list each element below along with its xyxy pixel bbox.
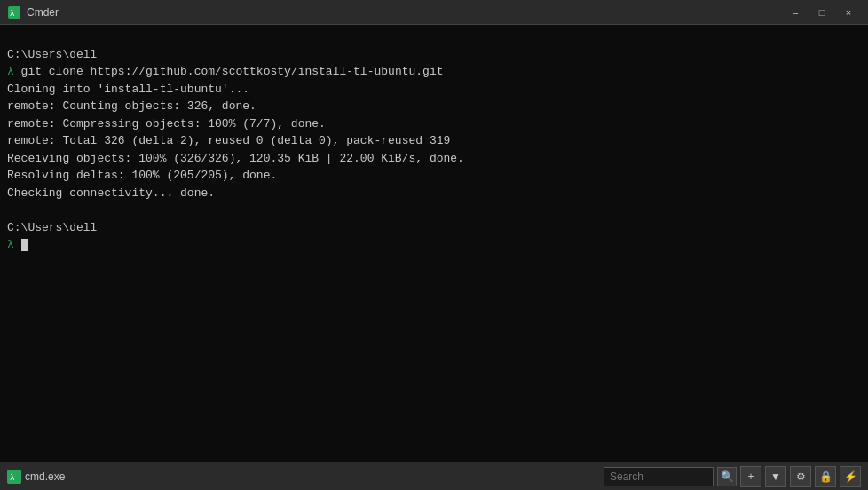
title-bar: λ Cmder – □ ×	[0, 0, 868, 25]
output-7: Checking connectivity... done.	[7, 186, 215, 200]
process-icon: λ	[7, 470, 21, 484]
output-2: remote: Counting objects: 326, done.	[7, 99, 256, 113]
terminal-output: C:\Users\dell λ git clone https://github…	[7, 28, 861, 271]
maximize-button[interactable]: □	[809, 4, 834, 21]
add-tab-button[interactable]: +	[740, 466, 761, 487]
command-1: git clone https://github.com/scottkosty/…	[21, 65, 444, 78]
terminal-area[interactable]: C:\Users\dell λ git clone https://github…	[0, 25, 868, 408]
dropdown-button[interactable]: ▼	[765, 466, 786, 487]
window-title: Cmder	[27, 6, 59, 19]
output-3: remote: Compressing objects: 100% (7/7),…	[7, 117, 326, 130]
search-box	[604, 467, 714, 486]
svg-text:λ: λ	[10, 9, 15, 18]
prompt-path-2: C:\Users\dell	[7, 221, 97, 234]
search-button[interactable]: 🔍	[717, 467, 737, 486]
cursor	[21, 239, 28, 251]
window-controls: – □ ×	[783, 4, 861, 21]
process-label: cmd.exe	[25, 470, 65, 483]
output-4: remote: Total 326 (delta 2), reused 0 (d…	[7, 134, 450, 147]
output-1: Cloning into 'install-tl-ubuntu'...	[7, 83, 249, 96]
title-bar-left: λ Cmder	[7, 5, 59, 20]
gear-icon: ⚙	[796, 470, 806, 483]
lock-button[interactable]: 🔒	[815, 466, 836, 487]
close-button[interactable]: ×	[836, 4, 861, 21]
power-button[interactable]: ⚡	[840, 466, 861, 487]
power-icon: ⚡	[844, 470, 857, 483]
cmder-icon: λ	[7, 5, 21, 20]
search-input[interactable]	[610, 470, 707, 483]
status-bar: λ cmd.exe 🔍 + ▼ ⚙ 🔒 ⚡	[0, 462, 868, 490]
output-5: Receiving objects: 100% (326/326), 120.3…	[7, 152, 464, 165]
minimize-button[interactable]: –	[783, 4, 808, 21]
output-6: Resolving deltas: 100% (205/205), done.	[7, 169, 277, 182]
terminal-window: C:\Users\dell λ git clone https://github…	[0, 25, 868, 462]
prompt-lambda-2: λ	[7, 238, 21, 251]
svg-text:λ: λ	[10, 473, 15, 481]
search-icon: 🔍	[721, 470, 734, 483]
status-bar-right: 🔍 + ▼ ⚙ 🔒 ⚡	[596, 466, 868, 487]
settings-button[interactable]: ⚙	[790, 466, 811, 487]
status-bar-left: λ cmd.exe	[0, 470, 72, 484]
lock-icon: 🔒	[819, 470, 832, 483]
prompt-path-1: C:\Users\dell	[7, 48, 97, 61]
chevron-down-icon: ▼	[770, 470, 781, 483]
prompt-lambda-1: λ	[7, 65, 21, 78]
add-icon: +	[747, 470, 754, 483]
